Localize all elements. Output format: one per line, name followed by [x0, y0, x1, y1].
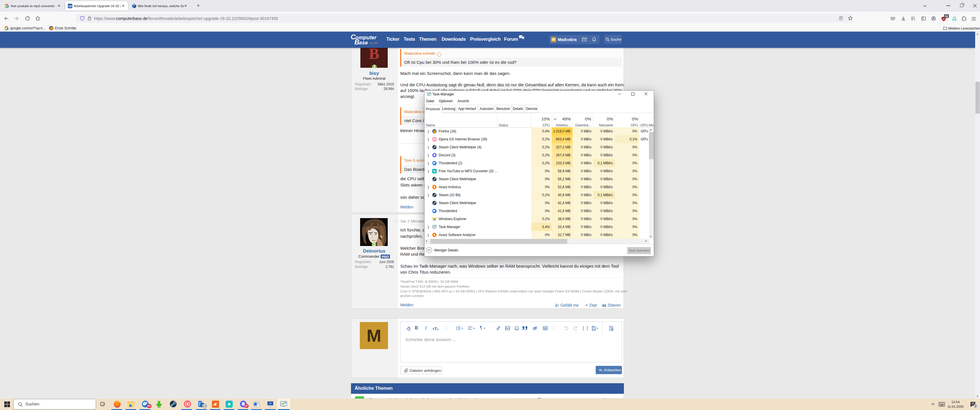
svg-text:est. 1999: est. 1999: [370, 42, 377, 44]
svg-text:U: U: [943, 17, 945, 21]
svg-text:CB: CB: [68, 5, 72, 8]
svg-text:Base: Base: [355, 38, 368, 46]
